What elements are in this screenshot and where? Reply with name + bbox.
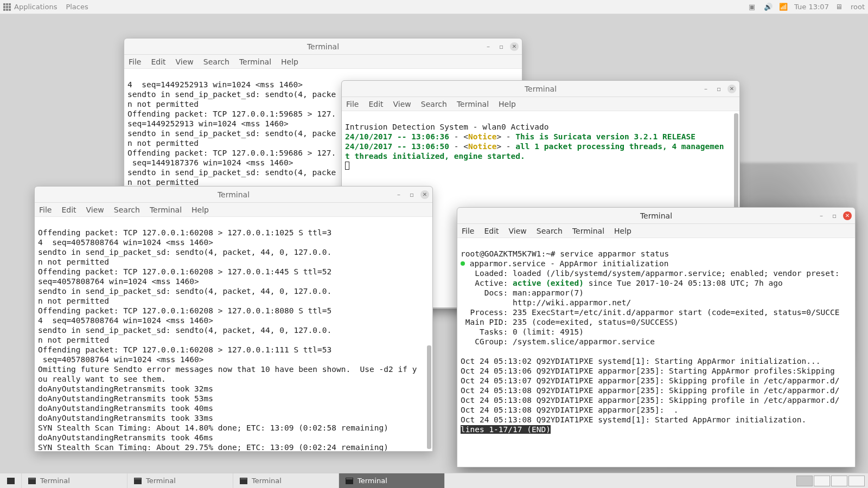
menu-terminal[interactable]: Terminal [150,206,182,214]
output-line: SYN Stealth Scan Timing: About 29.75% do… [38,443,388,451]
log-line: Oct 24 05:13:07 Q92YDIAT1PXE apparmor[23… [461,376,839,385]
menu-help[interactable]: Help [614,227,631,235]
camera-indicator-icon[interactable]: ▣ [749,3,757,11]
output-line: Main PID: 235 (code=exited, status=0/SUC… [461,318,679,326]
menu-view[interactable]: View [393,100,411,108]
menu-edit[interactable]: Edit [151,57,165,66]
volume-icon[interactable]: 🔊 [764,3,773,11]
output-line: Omitting future Sendto error messages no… [38,365,417,374]
menu-search[interactable]: Search [114,206,140,214]
menu-help[interactable]: Help [499,100,516,108]
menu-view[interactable]: View [86,206,104,214]
scrollbar[interactable] [427,219,431,449]
menu-terminal[interactable]: Terminal [239,57,271,66]
window-titlebar[interactable]: Terminal [457,208,855,224]
window-minimize-button[interactable] [394,190,403,199]
terminal-window-4[interactable]: Terminal File Edit View Search Terminal … [457,207,856,467]
network-icon[interactable]: 📶 [779,3,788,11]
workspace-3[interactable] [831,476,847,486]
apps-grid-icon[interactable] [3,3,11,11]
window-titlebar[interactable]: Terminal [342,81,739,97]
taskbar-item-terminal-4[interactable]: Terminal [339,473,445,488]
menu-view[interactable]: View [176,57,194,66]
taskbar: Terminal Terminal Terminal Terminal [0,473,868,488]
terminal-icon [134,478,142,484]
output-line: sendto in send_ip_packet_sd: sendto(4, p… [38,326,331,335]
workspace-1[interactable] [796,476,813,486]
log-line: Oct 24 05:13:08 Q92YDIAT1PXE apparmor[23… [461,386,839,395]
window-close-button[interactable] [843,211,852,220]
scrollbar-thumb[interactable] [427,345,431,449]
menu-search[interactable]: Search [537,227,563,235]
output-line: http://wiki.apparmor.net/ [461,298,631,307]
output-text: > - [496,142,515,151]
window-title: Terminal [218,190,250,199]
top-menu-bar: Applications Places ▣ 🔊 📶 Tue 13:07 🖥 ro… [0,0,868,14]
output-line: n not permitted [38,258,109,266]
applications-menu[interactable]: Applications [14,3,57,11]
output-line: Offending packet: TCP 127.0.0.1:60208 > … [38,306,331,315]
log-message: t threads initialized, engine started. [345,152,525,160]
workspace-2[interactable] [814,476,830,486]
service-name: apparmor.service - AppArmor initializati… [465,259,668,268]
output-line: Offending packet: TCP 127.0.0.1:59685 > … [127,110,336,118]
clock-label[interactable]: Tue 13:07 [794,3,829,11]
menu-file[interactable]: File [462,227,474,235]
menu-help[interactable]: Help [192,206,209,214]
taskbar-item-label: Terminal [146,477,176,485]
window-close-button[interactable] [510,42,519,51]
output-line: CGroup: /system.slice/apparmor.service [461,337,655,346]
window-maximize-button[interactable] [497,42,506,51]
output-line: sendto in send_ip_packet_sd: sendto(4, p… [38,248,331,256]
terminal-window-3[interactable]: Terminal File Edit View Search Terminal … [34,186,433,452]
menu-view[interactable]: View [509,227,527,235]
output-line: sendto in send_ip_packet_sd: sendto(4, p… [38,287,331,296]
output-line: n not permitted [127,178,199,187]
window-minimize-button[interactable] [701,85,710,93]
output-line: 4 seq=1449252913 win=1024 <mss 1460> [127,80,303,89]
taskbar-item-label: Terminal [40,477,70,485]
window-close-button[interactable] [420,190,429,199]
menu-terminal[interactable]: Terminal [572,227,604,235]
log-line: Oct 24 05:13:08 Q92YDIAT1PXE systemd[1]:… [461,415,806,424]
terminal-output[interactable]: root@GOAZKTM5K7W1:~# service apparmor st… [457,238,855,467]
timestamp: 24/10/2017 -- 13:06:50 [345,142,449,151]
window-minimize-button[interactable] [817,211,826,220]
output-line: doAnyOutstandingRetransmits took 46ms [38,433,213,442]
menu-file[interactable]: File [346,100,359,108]
taskbar-item-terminal-1[interactable]: Terminal [22,473,127,488]
terminal-cursor [345,162,349,170]
menu-search[interactable]: Search [421,100,447,108]
window-maximize-button[interactable] [830,211,839,220]
menu-search[interactable]: Search [203,57,229,66]
workspace-4[interactable] [848,476,865,486]
log-line: Oct 24 05:13:02 Q92YDIAT1PXE systemd[1]:… [461,357,820,365]
window-maximize-button[interactable] [714,85,723,93]
monitor-icon[interactable]: 🖥 [835,3,844,11]
taskbar-item-terminal-3[interactable]: Terminal [233,473,339,488]
menu-edit[interactable]: Edit [484,227,499,235]
user-label[interactable]: root [851,3,865,11]
window-maximize-button[interactable] [407,190,416,199]
menu-file[interactable]: File [39,206,52,214]
places-menu[interactable]: Places [66,3,88,11]
window-title: Terminal [307,42,339,51]
menu-help[interactable]: Help [281,57,298,66]
output-line: seq=4057808764 win=1024 <mss 1460> [38,277,199,286]
menu-edit[interactable]: Edit [61,206,76,214]
window-minimize-button[interactable] [484,42,493,51]
taskbar-item-terminal-2[interactable]: Terminal [127,473,233,488]
window-titlebar[interactable]: Terminal [35,187,432,203]
output-line: sendto in send_ip_packet_sd: sendto(4, p… [127,168,336,177]
window-titlebar[interactable]: Terminal [124,38,522,55]
taskbar-launcher[interactable] [0,473,22,488]
menu-file[interactable]: File [129,57,141,66]
terminal-output[interactable]: Offending packet: TCP 127.0.0.1:60208 > … [35,217,432,451]
workspace-switcher[interactable] [793,473,868,488]
menu-terminal[interactable]: Terminal [457,100,489,108]
output-line: doAnyOutstandingRetransmits took 53ms [38,394,213,403]
output-line: Offending packet: TCP 127.0.0.1:60208 > … [38,267,331,276]
menu-edit[interactable]: Edit [368,100,383,108]
window-close-button[interactable] [727,85,736,93]
log-line: Oct 24 05:13:08 Q92YDIAT1PXE apparmor[23… [461,396,839,404]
